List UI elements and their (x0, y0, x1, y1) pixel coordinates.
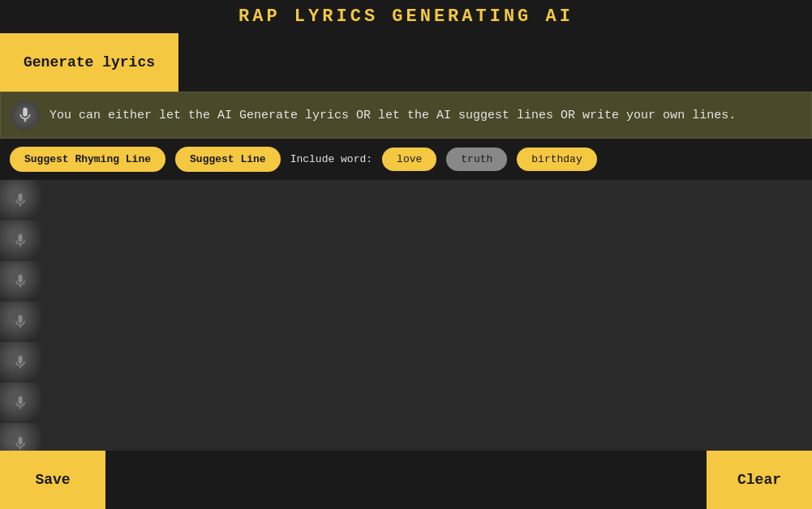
lyric-input-6[interactable] (41, 383, 812, 422)
lyric-mic-5 (0, 342, 41, 383)
lyric-input-7[interactable] (41, 423, 812, 451)
generate-button-row: Generate lyrics (0, 33, 812, 92)
title-bar: RAP LYRICS GENERATING AI (0, 0, 812, 33)
generate-lyrics-button[interactable]: Generate lyrics (0, 33, 178, 92)
lyric-input-5[interactable] (41, 342, 812, 382)
lyric-mic-3 (0, 261, 41, 302)
lyric-row (0, 383, 812, 423)
controls-row: Suggest Rhyming Line Suggest Line Includ… (0, 139, 812, 180)
lyric-row (0, 220, 812, 261)
footer: Save Clear (0, 451, 812, 509)
clear-button[interactable]: Clear (707, 451, 812, 509)
include-word-label: Include word: (290, 153, 372, 165)
word-tag-love[interactable]: love (382, 148, 436, 171)
mic-icon (11, 101, 40, 130)
lyric-mic-1 (0, 180, 41, 220)
suggest-rhyming-line-button[interactable]: Suggest Rhyming Line (10, 147, 165, 172)
lyric-row (0, 180, 812, 220)
lyric-row (0, 261, 812, 302)
lyric-mic-6 (0, 383, 41, 423)
lyric-mic-4 (0, 302, 41, 342)
suggest-line-button[interactable]: Suggest Line (175, 147, 281, 172)
lyric-mic-7 (0, 423, 41, 451)
lyric-row (0, 302, 812, 342)
page-title: RAP LYRICS GENERATING AI (238, 6, 574, 27)
lyric-mic-2 (0, 220, 41, 261)
lyric-input-4[interactable] (41, 302, 812, 341)
lyrics-area (0, 180, 812, 451)
word-tag-truth[interactable]: truth (446, 148, 507, 171)
lyric-input-3[interactable] (41, 261, 812, 301)
info-bar: You can either let the AI Generate lyric… (0, 92, 812, 139)
lyric-input-2[interactable] (41, 220, 812, 260)
lyric-row (0, 423, 812, 451)
info-message: You can either let the AI Generate lyric… (49, 109, 736, 122)
lyric-row (0, 342, 812, 383)
save-button[interactable]: Save (0, 451, 105, 509)
word-tag-birthday[interactable]: birthday (517, 148, 596, 171)
lyric-input-1[interactable] (41, 180, 812, 220)
